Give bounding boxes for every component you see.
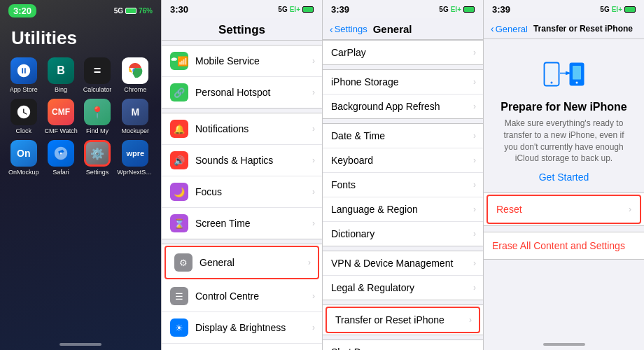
settings-item-legal[interactable]: Legal & Regulatory ›: [323, 276, 483, 300]
system-section: ⚙ General › ☰ Control Centre › ☀ Display…: [162, 244, 322, 350]
time-home: 3:20: [8, 4, 36, 18]
transfer-content: Prepare for New iPhone Make sure everyth…: [484, 39, 644, 350]
notifications-chevron: ›: [312, 124, 315, 134]
settings-item-sounds[interactable]: 🔊 Sounds & Haptics ›: [162, 145, 322, 176]
get-started-link[interactable]: Get Started: [539, 172, 589, 183]
transfer-nav-header: ‹ General Transfer or Reset iPhone: [484, 18, 644, 39]
settings-item-iphone-storage[interactable]: iPhone Storage ›: [323, 70, 483, 94]
app-icon-findmy[interactable]: 📍 Find My: [83, 99, 112, 134]
settings-title: Settings: [218, 23, 265, 36]
iphone-storage-label: iPhone Storage: [331, 76, 473, 88]
app-icon-calculator[interactable]: = Calculator: [83, 57, 112, 93]
status-icons-general: 5G EI+: [439, 6, 475, 13]
prepare-desc: Make sure everything's ready to transfer…: [495, 118, 633, 164]
app-icon-clock[interactable]: Clock: [8, 99, 39, 134]
app-label-appstore: App Store: [10, 86, 38, 93]
app-icon-bing[interactable]: B Bing: [45, 57, 78, 93]
settings-item-datetime[interactable]: Date & Time ›: [323, 124, 483, 148]
datetime-label: Date & Time: [331, 130, 473, 141]
battery-icon: [125, 8, 136, 14]
back-label: Settings: [335, 24, 368, 34]
settings-item-homescreen[interactable]: ⊞ Home Screen & App Library ›: [162, 344, 322, 350]
settings-item-display[interactable]: ☀ Display & Brightness ›: [162, 312, 322, 344]
app-img-clock: [10, 99, 37, 125]
hotspot-icon: 🔗: [170, 83, 188, 102]
app-icon-chrome[interactable]: Chrome: [117, 57, 153, 93]
general-nav-header: ‹ Settings General: [323, 18, 483, 40]
back-to-general[interactable]: ‹ General: [491, 23, 528, 34]
app-img-cmfwatch: CMF: [48, 99, 74, 125]
app-icon-settings[interactable]: ⚙️ Settings: [83, 140, 112, 176]
settings-item-mobile[interactable]: 📶 Mobile Service ›: [162, 46, 322, 77]
battery-settings: [302, 6, 314, 13]
sounds-label: Sounds & Haptics: [195, 155, 312, 166]
legal-label: Legal & Regulatory: [331, 282, 473, 293]
vpn-label: VPN & Device Management: [331, 258, 473, 269]
phone-transfer-icon: [543, 53, 585, 95]
general-nav-title: General: [373, 23, 412, 35]
screentime-icon: ⌛: [170, 214, 188, 232]
settings-item-screentime[interactable]: ⌛ Screen Time ›: [162, 208, 322, 239]
settings-item-notifications[interactable]: 🔔 Notifications ›: [162, 113, 322, 145]
app-icon-cmfwatch[interactable]: CMF CMF Watch: [45, 99, 78, 134]
settings-item-shutdown[interactable]: Shut Down: [323, 340, 483, 350]
fonts-chevron: ›: [473, 180, 476, 190]
status-bar-transfer: 3:39 5G EI+: [484, 0, 644, 18]
app-icon-mockuper[interactable]: M Mockuper: [117, 99, 153, 134]
erase-section: Erase All Content and Settings: [484, 232, 644, 260]
battery-percent: 76%: [139, 7, 153, 15]
erase-item[interactable]: Erase All Content and Settings: [484, 232, 644, 259]
status-icons-settings: 5G EI+: [278, 6, 314, 13]
keyboard-label: Keyboard: [331, 155, 473, 166]
hotspot-label: Personal Hotspot: [195, 87, 312, 98]
settings-item-general[interactable]: ⚙ General ›: [164, 246, 319, 279]
settings-item-transfer[interactable]: Transfer or Reset iPhone ›: [326, 307, 480, 333]
prepare-title: Prepare for New iPhone: [500, 101, 627, 113]
app-label-mockuper: Mockuper: [121, 127, 149, 134]
app-icon-wpr[interactable]: wpre WprNextSm...: [117, 140, 153, 176]
notifications-label: Notifications: [195, 123, 312, 134]
settings-item-controlcentre[interactable]: ☰ Control Centre ›: [162, 281, 322, 312]
settings-item-language[interactable]: Language & Region ›: [323, 197, 483, 222]
reset-item[interactable]: Reset ›: [486, 195, 641, 224]
carrier: EI+: [290, 6, 300, 13]
panel-transfer: 3:39 5G EI+ ‹ General Transfer or Reset …: [483, 0, 644, 350]
general-list: CarPlay › iPhone Storage › Background Ap…: [323, 40, 483, 350]
screentime-label: Screen Time: [195, 218, 312, 229]
app-icon-safari[interactable]: Safari: [45, 140, 78, 176]
app-img-calculator: =: [84, 57, 111, 84]
app-icon-onmockup[interactable]: On OnMockup: [8, 140, 39, 176]
back-chevron: ‹: [330, 24, 333, 35]
app-label-safari: Safari: [52, 169, 69, 176]
keyboard-chevron: ›: [473, 155, 476, 165]
settings-item-dictionary[interactable]: Dictionary ›: [323, 222, 483, 246]
reset-chevron: ›: [629, 204, 631, 214]
app-label-onmockup: OnMockup: [8, 169, 39, 176]
app-label-cmfwatch: CMF Watch: [45, 127, 78, 134]
settings-item-vpn[interactable]: VPN & Device Management ›: [323, 251, 483, 276]
language-label: Language & Region: [331, 204, 473, 215]
carplay-label: CarPlay: [331, 47, 473, 58]
settings-item-hotspot[interactable]: 🔗 Personal Hotspot ›: [162, 77, 322, 108]
app-label-chrome: Chrome: [124, 86, 146, 93]
app-label-clock: Clock: [16, 127, 32, 134]
transfer-chevron: ›: [469, 315, 472, 325]
back-to-settings[interactable]: ‹ Settings: [330, 24, 368, 35]
settings-item-focus[interactable]: 🌙 Focus ›: [162, 176, 322, 208]
controlcentre-label: Control Centre: [195, 290, 312, 302]
display-chevron: ›: [312, 323, 315, 332]
transfer-label: Transfer or Reset iPhone: [335, 314, 469, 326]
dictionary-chevron: ›: [473, 229, 476, 239]
transfer-reset-section: Transfer or Reset iPhone ›: [323, 304, 483, 335]
utilities-title: Utilities: [0, 20, 161, 55]
settings-item-carplay[interactable]: CarPlay ›: [323, 41, 483, 64]
settings-item-fonts[interactable]: Fonts ›: [323, 173, 483, 197]
app-icon-appstore[interactable]: App Store: [8, 57, 39, 93]
reset-section: Reset ›: [484, 192, 644, 226]
app-grid: App Store B Bing = Calculator Chrome Clo…: [0, 55, 161, 178]
app-label-findmy: Find My: [86, 127, 108, 134]
time-general: 3:39: [331, 4, 349, 15]
shutdown-label: Shut Down: [331, 346, 476, 350]
settings-item-background-refresh[interactable]: Background App Refresh ›: [323, 94, 483, 118]
settings-item-keyboard[interactable]: Keyboard ›: [323, 148, 483, 173]
